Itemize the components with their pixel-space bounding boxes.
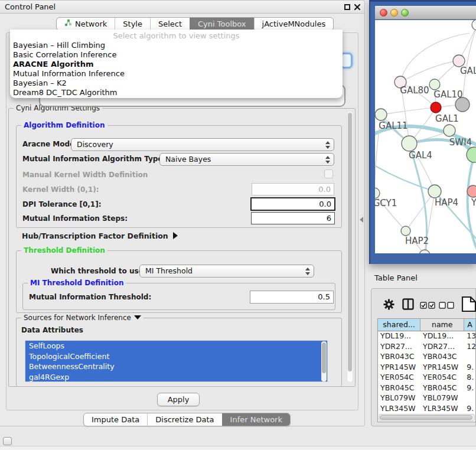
dropdown-item[interactable]: Mutual Information Inference — [10, 69, 343, 79]
tab-select[interactable]: Select — [150, 18, 190, 30]
tab-infer-network[interactable]: Infer Network — [222, 413, 290, 426]
table-row[interactable]: YBR043CYBR043C — [378, 352, 475, 363]
network-edge[interactable] — [381, 107, 436, 115]
attribute-item[interactable]: gal4RGexp — [25, 372, 327, 383]
network-window-titlebar[interactable] — [375, 6, 476, 19]
network-edge[interactable] — [462, 25, 476, 105]
settings-scrollbar-thumb[interactable] — [348, 113, 352, 371]
dropdown-item[interactable]: Basic Correlation Inference — [10, 50, 343, 60]
network-node-label: GAL80 — [400, 85, 429, 96]
tab-impute-data[interactable]: Impute Data — [84, 413, 147, 426]
network-edge[interactable] — [406, 191, 435, 231]
network-node[interactable] — [429, 79, 440, 90]
network-node-label: GCY1 — [375, 198, 397, 208]
dropdown-item[interactable]: ARACNE Algorithm — [10, 60, 343, 69]
network-node[interactable] — [375, 109, 387, 120]
mi-threshold-group-title: MI Threshold Definition — [28, 279, 126, 287]
tab-network[interactable]: Network — [57, 18, 115, 30]
network-node[interactable] — [453, 55, 465, 67]
table-row[interactable]: YBL079WYBL079W — [378, 393, 475, 404]
attribute-item[interactable]: TopologicalCoefficient — [25, 351, 327, 362]
table-cell: YBR045C — [378, 383, 420, 394]
tab-style[interactable]: Style — [115, 18, 150, 30]
document-icon[interactable] — [461, 296, 476, 314]
network-node[interactable] — [375, 188, 380, 198]
dropdown-item[interactable]: Bayesian – K2 — [10, 79, 343, 88]
threshold-definition-group: Threshold Definition Which threshold to … — [16, 250, 342, 313]
tab-cyni-toolbox[interactable]: Cyni Toolbox — [190, 18, 254, 30]
minimize-traffic-light-icon[interactable] — [390, 9, 398, 17]
zoom-traffic-light-icon[interactable] — [401, 9, 409, 17]
dpi-tolerance-field[interactable]: 0.0 — [250, 197, 335, 211]
table-horizontal-scrollbar[interactable] — [379, 414, 475, 421]
check-all-icon[interactable] — [420, 302, 435, 311]
table-cell — [464, 352, 475, 363]
which-threshold-combobox[interactable]: MI Threshold — [139, 265, 314, 278]
tab-discretize-data[interactable]: Discretize Data — [147, 413, 221, 426]
close-traffic-light-icon[interactable] — [380, 9, 387, 17]
uncheck-all-icon[interactable] — [439, 302, 454, 311]
control-panel-titlebar[interactable]: Control Panel — [0, 1, 364, 14]
collapse-down-icon[interactable] — [134, 315, 141, 319]
column-header-name[interactable]: name — [420, 319, 464, 331]
network-node[interactable] — [467, 185, 476, 197]
close-icon[interactable] — [354, 4, 361, 11]
network-node-label: HAP2 — [405, 236, 429, 246]
table-cell: 9. — [464, 404, 475, 415]
network-view-frame[interactable]: GALGAL80GAL10GAL1GAL11SWI4GAL4HAP4YGCY1H… — [369, 0, 476, 264]
network-icon — [64, 18, 72, 30]
aracne-mode-combobox[interactable]: Discovery — [71, 138, 334, 151]
collapsed-panel-icon[interactable] — [3, 437, 12, 445]
table-cell: 9. — [464, 383, 475, 394]
network-edge[interactable] — [375, 163, 435, 191]
table-cell: YPR145W — [420, 363, 464, 373]
expand-right-icon[interactable] — [173, 232, 178, 239]
table-row[interactable]: YDR27...YDR27...12 — [378, 342, 475, 353]
aracne-mode-value: Discovery — [77, 140, 113, 149]
network-node[interactable] — [402, 136, 417, 151]
list-scrollbar-thumb[interactable] — [322, 343, 326, 373]
table-row[interactable]: YBR045CYBR045C9. — [378, 383, 475, 394]
panel-divider-grip[interactable] — [360, 217, 363, 223]
network-canvas[interactable]: GALGAL80GAL10GAL1GAL11SWI4GAL4HAP4YGCY1H… — [375, 20, 476, 253]
network-node-label: HAP4 — [435, 197, 458, 208]
table-row[interactable]: YER054CYER054C8. — [378, 373, 475, 383]
table-cell: YBR045C — [420, 383, 464, 394]
mi-algorithm-type-combobox[interactable]: Naive Bayes — [159, 153, 334, 166]
split-columns-icon[interactable] — [402, 298, 414, 312]
control-panel-title: Control Panel — [5, 2, 56, 11]
mi-steps-field[interactable]: 6 — [251, 212, 335, 224]
sources-group-title[interactable]: Sources for Network Inference — [21, 314, 144, 322]
attribute-item[interactable]: SelfLoops — [25, 341, 327, 351]
mi-threshold-field[interactable]: 0.5 — [250, 291, 334, 304]
hub-transcription-factor-section[interactable]: Hub/Transcription Factor Definition — [22, 231, 178, 240]
column-header-partial[interactable]: A — [464, 319, 475, 331]
settings-scrollbar[interactable] — [347, 111, 353, 383]
network-node[interactable] — [428, 185, 441, 198]
gear-icon[interactable] — [383, 299, 395, 312]
network-node[interactable] — [472, 20, 476, 30]
column-header-shared-name[interactable]: shared... — [378, 319, 420, 331]
tab-label: Cyni Toolbox — [198, 18, 246, 30]
combobox-stepper-icon — [325, 156, 331, 164]
combobox-stepper-icon — [305, 268, 311, 275]
float-window-icon[interactable] — [344, 4, 350, 10]
network-node[interactable] — [431, 102, 441, 113]
dropdown-item[interactable]: Dream8 DC_TDC Algorithm — [10, 88, 343, 97]
hub-section-label: Hub/Transcription Factor Definition — [22, 231, 168, 240]
network-node[interactable] — [444, 125, 455, 136]
list-scrollbar[interactable] — [321, 341, 327, 381]
dropdown-item[interactable]: Bayesian – Hill Climbing — [10, 41, 343, 50]
table-cell: 9. — [464, 363, 475, 373]
algorithm-dropdown-popup: Select algorithm to view settings Bayesi… — [10, 30, 343, 98]
apply-button[interactable]: Apply — [157, 393, 200, 406]
table-row[interactable]: YLR345WYLR345W9. — [378, 404, 475, 415]
table-row[interactable]: YDL19...YDL19...13 — [378, 331, 475, 342]
tab-jactivemnodules[interactable]: jActiveMNodules — [254, 18, 334, 30]
table-scrollbar-thumb[interactable] — [380, 415, 472, 420]
network-node[interactable] — [401, 226, 410, 236]
table-row[interactable]: YPR145WYPR145W9. — [378, 363, 475, 373]
data-attributes-list[interactable]: SelfLoopsTopologicalCoefficientBetweenne… — [25, 340, 328, 382]
network-node-label: GAL1 — [435, 113, 459, 124]
attribute-item[interactable]: BetweennessCentrality — [25, 361, 327, 372]
